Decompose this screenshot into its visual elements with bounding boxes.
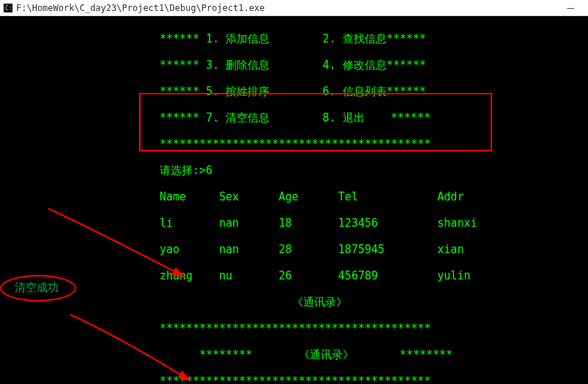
menu-row: ****** 1. 添加信息 2. 查找信息****** [0,32,588,45]
menu-row: ****** 3. 删除信息 4. 修改信息****** [0,59,588,72]
menu-row: ****** 7. 清空信息 8. 退出 ****** [0,111,588,124]
separator: ****************************************… [0,374,588,384]
app-icon: C: [3,3,13,13]
window-titlebar: C: F:\HomeWork\C_day23\Project1\Debug\Pr… [0,0,588,16]
title-row: ******** 《通讯录》 ******** [0,348,588,361]
table-row: zhang nu 26 456789 yulin [0,269,588,282]
separator: ****************************************… [0,322,588,335]
prompt-label: 请选择:> [160,164,206,177]
window-title: F:\HomeWork\C_day23\Project1\Debug\Proje… [16,3,556,13]
prompt-choice: 6 [206,164,212,177]
separator: ****************************************… [0,138,588,151]
table-footer: 《通讯录》 [0,295,588,309]
table-header: Name Sex Age Tel Addr [0,190,588,203]
prompt-line: 请选择:>6 [0,164,588,177]
arrow-annotation [40,298,198,384]
minimize-button[interactable]: — [556,3,585,13]
table-row: yao nan 28 1875945 xian [0,243,588,256]
console-output: ****** 1. 添加信息 2. 查找信息****** ****** 3. 删… [0,16,588,384]
table-row: li nan 18 123456 shanxi [0,217,588,230]
menu-row: ****** 5. 按姓排序 6. 信息列表****** [0,85,588,98]
svg-text:C:: C: [5,5,12,12]
